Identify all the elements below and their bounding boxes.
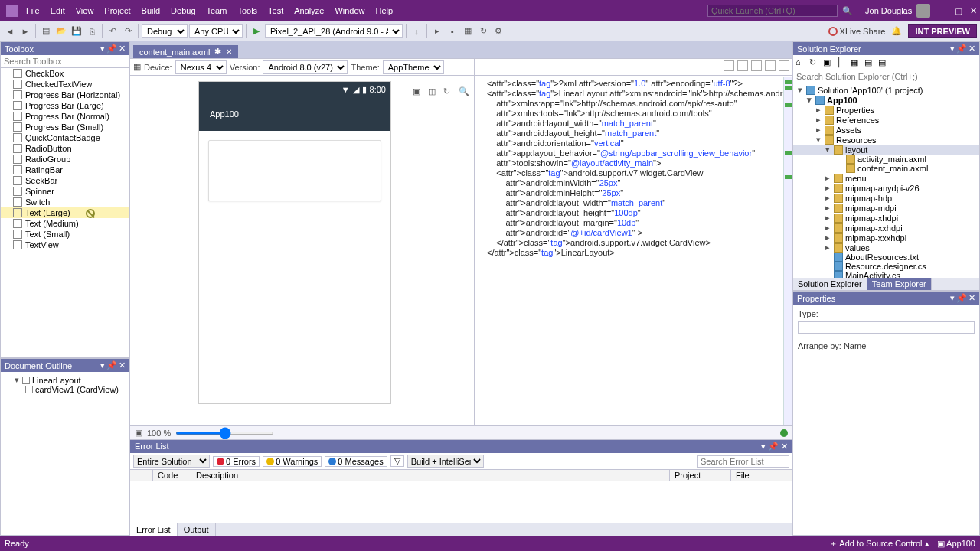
int-preview-button[interactable]: INT PREVIEW: [908, 24, 977, 38]
maximize-icon[interactable]: ▢: [955, 6, 962, 16]
add-source-control[interactable]: ＋ Add to Source Control ▴: [829, 538, 929, 549]
toolbox-item[interactable]: Text (Large): [1, 207, 129, 218]
menu-analyze[interactable]: Analyze: [289, 5, 328, 17]
dropdown-icon[interactable]: ▾: [950, 293, 955, 303]
refresh-icon[interactable]: ↻: [476, 24, 490, 38]
close-tab-icon[interactable]: ✕: [226, 47, 232, 56]
close-panel-icon[interactable]: ✕: [781, 442, 788, 451]
solution-search-input[interactable]: [793, 70, 979, 83]
toolbox-item[interactable]: Progress Bar (Normal): [1, 111, 129, 122]
quick-launch-input[interactable]: [707, 5, 838, 17]
tab-team-explorer[interactable]: Team Explorer: [867, 278, 932, 290]
arrow-down-icon[interactable]: ↓: [410, 24, 423, 38]
menu-view[interactable]: View: [71, 5, 99, 17]
outline-row[interactable]: ▾LinearLayout: [2, 375, 128, 385]
redo-icon[interactable]: ↷: [121, 24, 135, 38]
step2-icon[interactable]: ▪: [446, 24, 459, 38]
toolbox-item[interactable]: RatingBar: [1, 165, 129, 175]
fit-icon[interactable]: ▣: [135, 428, 142, 438]
arrange-label[interactable]: Arrange by: Name: [798, 341, 975, 350]
toolbox-item[interactable]: Progress Bar (Large): [1, 100, 129, 111]
save-all-icon[interactable]: ⎘: [85, 24, 99, 38]
nav-back-icon[interactable]: ◄: [3, 24, 17, 38]
dropdown-icon[interactable]: ▾: [100, 360, 105, 370]
toolbox-item[interactable]: Switch: [1, 197, 129, 207]
search-icon[interactable]: 🔍: [459, 86, 469, 97]
tree-row[interactable]: ▸References: [793, 115, 979, 125]
tree-row[interactable]: ▸mipmap-xxxhdpi: [793, 233, 979, 243]
preview-icon[interactable]: ▤: [878, 57, 889, 68]
save-icon[interactable]: 💾: [70, 24, 83, 38]
zoom-icon[interactable]: ▣: [413, 86, 423, 97]
tab-errorlist[interactable]: Error List: [130, 523, 178, 536]
toolbox-item[interactable]: Progress Bar (Small): [1, 122, 129, 132]
toolbox-item[interactable]: RadioButton: [1, 143, 129, 154]
tree-row[interactable]: ▸mipmap-anydpi-v26: [793, 183, 979, 193]
fit-icon[interactable]: ◫: [428, 86, 439, 97]
messages-filter[interactable]: 0 Messages: [325, 456, 387, 467]
tab-content-main[interactable]: content_main.axml✱✕: [133, 45, 238, 58]
home-icon[interactable]: ⌂: [795, 57, 806, 68]
close-panel-icon[interactable]: ✕: [969, 44, 975, 54]
tab-output[interactable]: Output: [178, 523, 216, 536]
close-panel-icon[interactable]: ✕: [119, 360, 126, 370]
tree-row[interactable]: ▸menu: [793, 173, 979, 183]
user-name[interactable]: Jon Douglas: [865, 6, 912, 15]
close-panel-icon[interactable]: ✕: [119, 44, 126, 54]
toolbox-item[interactable]: CheckBox: [1, 68, 129, 79]
menu-file[interactable]: File: [21, 5, 44, 17]
tab-solution-explorer[interactable]: Solution Explorer: [793, 278, 867, 290]
outline-row[interactable]: cardView1 (CardView): [2, 385, 128, 394]
toolbox-item[interactable]: QuickContactBadge: [1, 132, 129, 143]
tree-row[interactable]: activity_main.axml: [793, 155, 979, 164]
menu-project[interactable]: Project: [100, 5, 135, 17]
device-select[interactable]: Pixel_2_API_28 (Android 9.0 - API 28): [265, 24, 403, 38]
menu-team[interactable]: Team: [202, 5, 232, 17]
filter-icon[interactable]: ▽: [390, 455, 404, 467]
pin-icon[interactable]: 📌: [956, 44, 967, 54]
tree-row[interactable]: MainActivity.cs: [793, 271, 979, 278]
minimize-icon[interactable]: ─: [941, 6, 947, 15]
tree-row[interactable]: ▾layout: [793, 145, 979, 155]
menu-edit[interactable]: Edit: [46, 5, 70, 17]
type-input[interactable]: [798, 321, 975, 334]
play-icon[interactable]: ▶: [250, 24, 263, 38]
nav-fwd-icon[interactable]: ►: [18, 24, 32, 38]
step-icon[interactable]: ▸: [430, 24, 444, 38]
gear-icon[interactable]: ⚙: [492, 24, 505, 38]
toolbox-item[interactable]: SeekBar: [1, 175, 129, 186]
toolbox-search-input[interactable]: [1, 55, 129, 67]
close-panel-icon[interactable]: ✕: [969, 293, 975, 303]
rotate-icon[interactable]: ↻: [443, 86, 454, 97]
tree-row[interactable]: ▸mipmap-xxhdpi: [793, 223, 979, 233]
toolbox-item[interactable]: Progress Bar (Horizontal): [1, 90, 129, 100]
toolbox-item[interactable]: Text (Small): [1, 229, 129, 240]
tree-row[interactable]: ▸Assets: [793, 125, 979, 135]
xlive-share[interactable]: XLive Share: [828, 27, 886, 36]
tree-row[interactable]: ▾App100: [793, 95, 979, 105]
dropdown-icon[interactable]: ▾: [100, 44, 105, 54]
refresh-icon[interactable]: ↻: [809, 57, 820, 68]
toolbox-item[interactable]: CheckedTextView: [1, 79, 129, 90]
tree-row[interactable]: Resource.designer.cs: [793, 262, 979, 271]
tree-row[interactable]: ▾Solution 'App100' (1 project): [793, 85, 979, 95]
tree-row[interactable]: ▾Resources: [793, 135, 979, 145]
new-project-icon[interactable]: ▤: [39, 24, 53, 38]
properties-icon[interactable]: ▤: [864, 57, 875, 68]
tree-row[interactable]: ▸mipmap-mdpi: [793, 203, 979, 213]
pin-icon[interactable]: 📌: [768, 442, 779, 451]
pin-icon[interactable]: 📌: [106, 360, 117, 370]
scope-select[interactable]: Entire Solution: [133, 455, 210, 468]
tree-row[interactable]: AboutResources.txt: [793, 253, 979, 262]
errorlist-search-input[interactable]: [697, 455, 789, 468]
menu-window[interactable]: Window: [330, 5, 369, 17]
avatar[interactable]: [916, 4, 930, 18]
search-icon[interactable]: 🔍: [842, 6, 853, 16]
show-all-icon[interactable]: ▦: [851, 57, 861, 68]
scroll-marker-bar[interactable]: [783, 77, 792, 425]
collapse-icon[interactable]: ▣: [823, 57, 834, 68]
source-select[interactable]: Build + IntelliSense: [407, 455, 484, 468]
toolbox-item[interactable]: Spinner: [1, 186, 129, 197]
dropdown-icon[interactable]: ▾: [950, 44, 955, 54]
close-icon[interactable]: ✕: [970, 6, 977, 16]
